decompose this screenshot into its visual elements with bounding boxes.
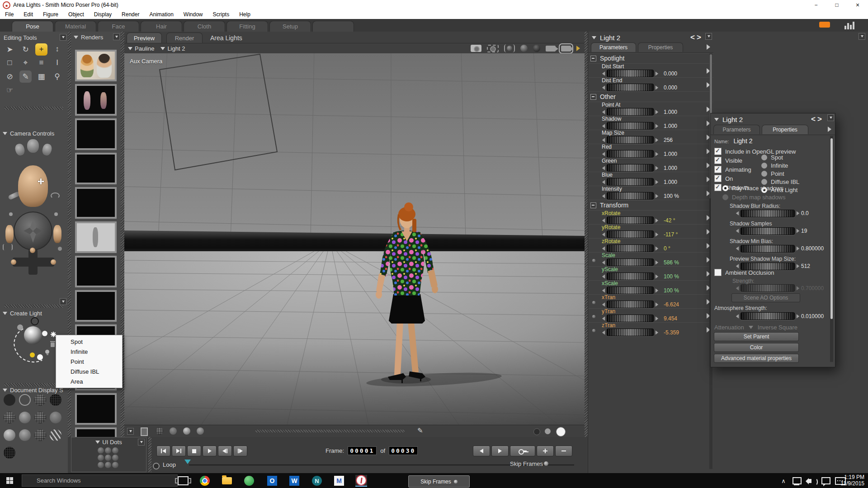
room-tab[interactable]: Pose: [12, 21, 53, 32]
increment-arrow[interactable]: [656, 274, 658, 279]
edit-keyframes-button[interactable]: [510, 446, 535, 456]
bg-color-dark-dot[interactable]: [533, 428, 540, 435]
window-control-button[interactable]: ×: [847, 0, 868, 10]
start-button[interactable]: [6, 477, 13, 484]
translate-pull-tool[interactable]: +: [35, 43, 47, 56]
room-tab[interactable]: Face: [98, 21, 139, 32]
select-tool[interactable]: ➤: [4, 43, 16, 56]
render-thumbnail[interactable]: [75, 187, 117, 219]
ui-dot[interactable]: [98, 447, 104, 454]
radio-button[interactable]: [761, 155, 767, 160]
properties-scrollbar[interactable]: [830, 136, 833, 362]
increment-arrow[interactable]: [656, 180, 658, 184]
decrement-arrow[interactable]: [602, 232, 605, 237]
shadow-ball-icon[interactable]: [520, 45, 528, 52]
light-bulb-icon[interactable]: [45, 350, 49, 354]
scene-ao-options-button[interactable]: Scene AO Options: [731, 293, 800, 302]
checkbox[interactable]: [714, 184, 722, 191]
ui-dot[interactable]: [105, 455, 111, 461]
decrement-arrow[interactable]: [736, 314, 739, 319]
decrement-arrow[interactable]: [602, 110, 605, 114]
ui-dots-menu-button[interactable]: [138, 439, 145, 446]
property-dial[interactable]: [741, 312, 795, 320]
collapse-triangle-icon[interactable]: [3, 312, 7, 315]
panel-resize-handle[interactable]: [5, 383, 63, 386]
menu-item[interactable]: Render: [117, 11, 144, 18]
increment-arrow[interactable]: [656, 330, 658, 335]
window-control-button[interactable]: □: [826, 0, 847, 10]
ui-dot[interactable]: [105, 462, 111, 468]
timeline-marker[interactable]: [184, 460, 191, 464]
property-dial[interactable]: [741, 245, 795, 253]
menu-item[interactable]: Display: [89, 11, 117, 18]
scene-canvas[interactable]: Aux Camera: [124, 53, 585, 425]
parameter-dial[interactable]: [607, 178, 654, 186]
style-silhouette-icon[interactable]: [4, 394, 15, 406]
style-flat-shaded-icon[interactable]: [19, 412, 31, 423]
decrement-arrow[interactable]: [602, 316, 605, 321]
room-tab[interactable]: Material: [55, 21, 96, 32]
room-color-chip-icon[interactable]: [819, 22, 830, 28]
volume-icon[interactable]: [806, 475, 817, 487]
timeline-left-handle[interactable]: [148, 437, 151, 472]
parameter-value[interactable]: 1.000: [664, 151, 677, 157]
light-ball-control[interactable]: [24, 326, 42, 344]
attenuation-dropdown-icon[interactable]: [749, 326, 753, 329]
step-forward-button[interactable]: [233, 446, 247, 456]
parameter-value[interactable]: -5.359: [664, 329, 679, 336]
menu-item[interactable]: Help: [234, 11, 255, 18]
slider-value[interactable]: 19: [801, 228, 807, 234]
chain-break-tool[interactable]: ⊘: [4, 70, 16, 83]
style-smooth-shaded-icon[interactable]: [4, 429, 15, 441]
increment-arrow[interactable]: [656, 110, 658, 114]
parameter-value[interactable]: 1.000: [664, 179, 677, 185]
style-texture-shaded-icon[interactable]: [4, 447, 15, 459]
increment-arrow[interactable]: [656, 124, 658, 128]
prev-actor-icon[interactable]: <: [690, 33, 697, 42]
parameter-value[interactable]: -42 °: [664, 217, 675, 224]
style-smooth-lined-icon[interactable]: [19, 429, 31, 441]
parameter-value[interactable]: 1.000: [664, 123, 677, 129]
selected-light-dot[interactable]: [30, 352, 35, 357]
figure-selector[interactable]: Pauline: [135, 45, 154, 52]
parameter-dial[interactable]: [607, 84, 654, 91]
tab-properties[interactable]: Properties: [638, 42, 683, 52]
taskbar-search[interactable]: Search Windows: [22, 474, 178, 487]
delete-keyframe-button[interactable]: [555, 446, 572, 456]
tab-properties[interactable]: Properties: [762, 125, 808, 134]
go-last-frame-button[interactable]: [172, 446, 186, 456]
increment-arrow[interactable]: [797, 314, 799, 319]
mini-style-wire-icon[interactable]: [156, 427, 163, 435]
context-menu-item[interactable]: Spot: [56, 337, 122, 347]
next-keyframe-button[interactable]: [491, 446, 509, 456]
head-camera-icon[interactable]: [27, 139, 39, 153]
checkbox[interactable]: [714, 148, 722, 155]
taper-tool[interactable]: ≡: [35, 57, 47, 69]
ui-dot[interactable]: [112, 462, 118, 468]
parameter-value[interactable]: -117 °: [664, 231, 678, 238]
parameter-value[interactable]: 0 °: [664, 245, 670, 252]
parameter-group-header[interactable]: Other: [588, 92, 714, 102]
keyframe-dot-icon[interactable]: [592, 329, 595, 332]
increment-arrow[interactable]: [656, 85, 658, 90]
tab-parameters[interactable]: Parameters: [713, 125, 760, 134]
increment-arrow[interactable]: [656, 71, 658, 76]
menu-item[interactable]: Animation: [144, 11, 178, 18]
delete-light-trash-icon[interactable]: [51, 343, 55, 347]
face-camera-trackball[interactable]: [18, 165, 48, 207]
set-parent-button[interactable]: Set Parent: [714, 332, 799, 341]
menu-item[interactable]: Edit: [19, 11, 38, 18]
parameters-menu-button[interactable]: [705, 33, 712, 40]
panel-resize-handle[interactable]: [5, 305, 63, 308]
advanced-material-properties-button[interactable]: Advanced material properties: [714, 354, 799, 363]
parameter-dial[interactable]: [607, 328, 654, 336]
move-cross-v[interactable]: [28, 249, 38, 275]
decrement-arrow[interactable]: [736, 286, 739, 291]
increment-arrow[interactable]: [656, 302, 658, 307]
radio-button[interactable]: [722, 194, 728, 200]
right-hand-camera-icon[interactable]: [41, 143, 53, 156]
context-menu-item[interactable]: Point: [56, 357, 122, 366]
sketch-pencil-icon[interactable]: ✎: [417, 427, 423, 435]
collapse-triangle-icon[interactable]: [3, 132, 7, 135]
decrement-arrow[interactable]: [736, 264, 739, 268]
